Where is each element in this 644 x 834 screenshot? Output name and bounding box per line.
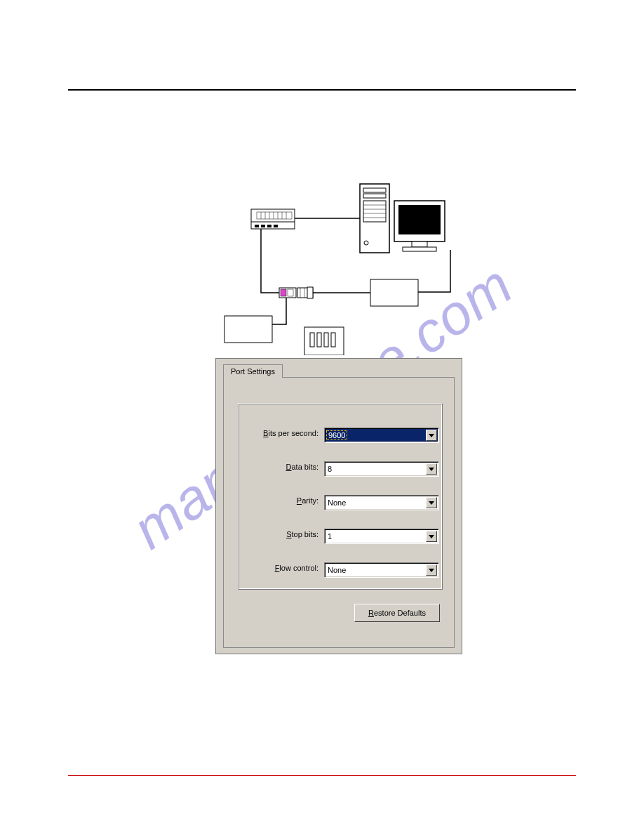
tab-label: Port Settings <box>231 367 275 376</box>
svg-rect-29 <box>288 289 293 296</box>
settings-frame: Bits per second: 9600 Data bits: 8 Parit… <box>238 403 443 590</box>
dialog-body: Bits per second: 9600 Data bits: 8 Parit… <box>223 377 455 648</box>
row-bits-per-second: Bits per second: 9600 <box>239 428 442 443</box>
svg-rect-39 <box>324 333 328 347</box>
svg-rect-40 <box>331 333 335 347</box>
port-settings-dialog: Port Settings Bits per second: 9600 Data… <box>215 358 462 654</box>
combo-stop-bits[interactable]: 1 <box>324 529 439 544</box>
svg-rect-38 <box>317 333 321 347</box>
row-flow-control: Flow control: None <box>239 562 442 578</box>
svg-rect-35 <box>224 316 272 343</box>
svg-point-22 <box>364 241 368 245</box>
row-parity: Parity: None <box>239 495 442 510</box>
restore-defaults-label: Restore Defaults <box>368 609 426 617</box>
label-stop-bits: Stop bits: <box>286 530 318 538</box>
chevron-down-icon <box>426 430 437 441</box>
combo-data-bits[interactable]: 8 <box>324 461 439 477</box>
row-stop-bits: Stop bits: 1 <box>239 529 442 544</box>
tab-port-settings[interactable]: Port Settings <box>223 364 283 378</box>
svg-rect-5 <box>274 225 278 227</box>
value-parity: None <box>325 498 346 507</box>
svg-rect-26 <box>403 247 436 251</box>
svg-rect-3 <box>261 225 265 227</box>
svg-rect-28 <box>281 289 286 296</box>
top-horizontal-rule <box>68 89 576 91</box>
svg-rect-37 <box>310 333 314 347</box>
combo-bits-per-second[interactable]: 9600 <box>324 428 439 443</box>
restore-defaults-button[interactable]: Restore Defaults <box>354 604 440 622</box>
svg-rect-34 <box>370 279 418 306</box>
svg-rect-33 <box>307 287 313 298</box>
chevron-down-icon <box>426 564 437 576</box>
svg-rect-2 <box>255 225 259 227</box>
value-bits-per-second: 9600 <box>326 430 347 440</box>
row-data-bits: Data bits: 8 <box>239 461 442 477</box>
bottom-horizontal-rule <box>68 775 576 776</box>
chevron-down-icon <box>426 531 437 542</box>
document-page: manualshive.com <box>0 0 644 834</box>
svg-rect-24 <box>398 205 441 234</box>
combo-flow-control[interactable]: None <box>324 562 439 578</box>
label-data-bits: Data bits: <box>286 463 318 471</box>
svg-rect-4 <box>267 225 271 227</box>
chevron-down-icon <box>426 463 437 475</box>
label-bits-per-second: Bits per second: <box>263 429 318 437</box>
value-flow-control: None <box>325 566 346 574</box>
combo-parity[interactable]: None <box>324 495 439 510</box>
value-stop-bits: 1 <box>325 532 332 541</box>
value-data-bits: 8 <box>325 465 332 473</box>
label-parity: Parity: <box>297 496 318 505</box>
svg-rect-25 <box>412 241 427 247</box>
chevron-down-icon <box>426 497 437 508</box>
label-flow-control: Flow control: <box>275 564 318 572</box>
network-diagram <box>223 180 469 355</box>
